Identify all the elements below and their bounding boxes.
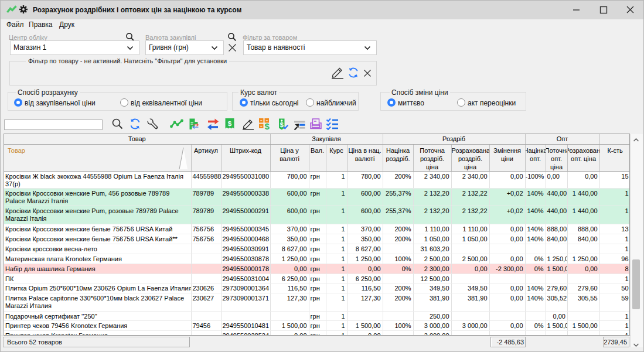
- svg-text:$: $: [228, 120, 232, 127]
- svg-text:$: $: [280, 121, 284, 128]
- svg-text:$: $: [264, 121, 270, 131]
